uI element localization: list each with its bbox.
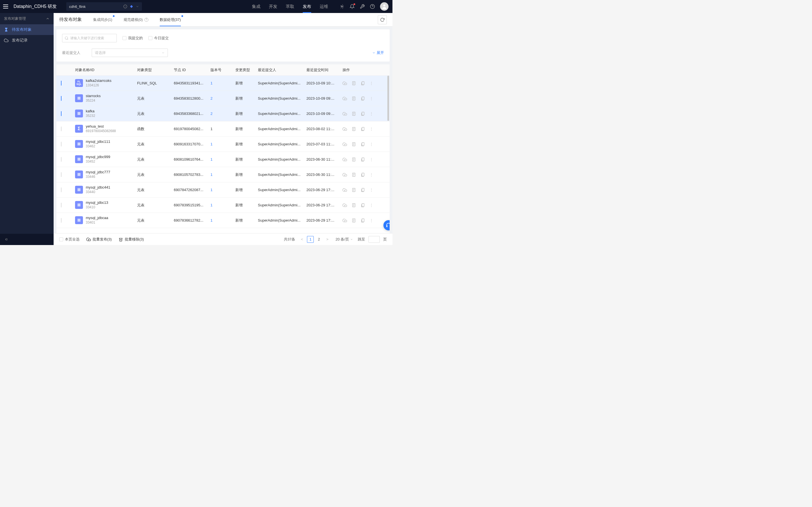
menu-toggle[interactable]	[0, 0, 11, 13]
version[interactable]: 1	[210, 81, 212, 85]
wand-icon[interactable]	[339, 4, 345, 9]
filter-today[interactable]: 今日提交	[148, 36, 169, 41]
publish-icon[interactable]	[342, 203, 347, 208]
checkbox[interactable]	[122, 36, 126, 40]
project-selector[interactable]: cdh6_flink	[66, 2, 142, 11]
page-size-select[interactable]: 20 条/页	[334, 236, 354, 243]
nav-develop[interactable]: 开发	[269, 0, 277, 13]
more-icon[interactable]: ⋮	[370, 188, 373, 192]
publish-icon[interactable]	[342, 218, 347, 223]
prev-page[interactable]: <	[299, 236, 305, 243]
tab-sync[interactable]: 集成同步(1)	[93, 13, 112, 26]
batch-publish-button[interactable]: 批量发布(3)	[86, 237, 112, 242]
version[interactable]: 1	[210, 142, 212, 146]
copy-icon[interactable]	[361, 157, 365, 162]
help-icon[interactable]: ?	[144, 18, 148, 22]
info-icon[interactable]	[123, 4, 127, 8]
row-checkbox[interactable]	[61, 218, 62, 223]
row-checkbox[interactable]	[61, 81, 62, 86]
row-checkbox[interactable]	[61, 142, 62, 147]
batch-remove-button[interactable]: 批量移除(3)	[119, 237, 144, 242]
more-icon[interactable]: ⋮	[370, 81, 373, 86]
publish-icon[interactable]	[342, 96, 347, 101]
table-row[interactable]: mysql_jdbc111 33462 元表 6909163317070... …	[56, 136, 390, 152]
page-1[interactable]: 1	[307, 236, 314, 243]
more-icon[interactable]: ⋮	[370, 127, 373, 131]
more-icon[interactable]: ⋮	[370, 142, 373, 147]
more-icon[interactable]: ⋮	[370, 112, 373, 116]
publish-icon[interactable]	[342, 157, 347, 162]
detail-icon[interactable]	[352, 188, 356, 192]
copy-icon[interactable]	[361, 142, 365, 147]
copy-icon[interactable]	[361, 96, 365, 101]
refresh-button[interactable]	[378, 15, 387, 24]
nav-integrate[interactable]: 集成	[252, 0, 260, 13]
tab-model[interactable]: 规范建模(0) ?	[124, 13, 148, 26]
copy-icon[interactable]	[361, 127, 365, 131]
notification-icon[interactable]	[350, 4, 355, 9]
avatar[interactable]	[380, 2, 388, 11]
help-icon[interactable]	[370, 4, 375, 9]
row-checkbox[interactable]	[61, 203, 62, 208]
table-row[interactable]: mysql_jdbc441 33440 元表 6907847262087... …	[56, 182, 390, 198]
more-icon[interactable]: ⋮	[370, 96, 373, 101]
sidebar-header[interactable]: 发布对象管理	[0, 13, 54, 24]
nav-ops[interactable]: 运维	[320, 0, 328, 13]
filter-mine[interactable]: 我提交的	[122, 36, 143, 41]
publish-icon[interactable]	[342, 81, 347, 86]
publish-icon[interactable]	[342, 172, 347, 177]
version[interactable]: 1	[210, 218, 212, 222]
row-checkbox[interactable]	[61, 126, 62, 131]
collapse-icon[interactable]	[4, 237, 8, 241]
publish-icon[interactable]	[342, 188, 347, 192]
fab-button[interactable]	[383, 220, 390, 230]
table-row[interactable]: Σ yehua_test 6919780045082688 函数 6919780…	[56, 121, 390, 136]
nav-extract[interactable]: 萃取	[286, 0, 294, 13]
row-checkbox[interactable]	[61, 187, 62, 192]
detail-icon[interactable]	[352, 218, 356, 223]
nav-publish[interactable]: 发布	[303, 0, 311, 13]
jump-input[interactable]	[369, 236, 380, 243]
copy-icon[interactable]	[361, 188, 365, 192]
publish-icon[interactable]	[342, 112, 347, 116]
more-icon[interactable]: ⋮	[370, 203, 373, 208]
version[interactable]: 2	[210, 112, 212, 116]
copy-icon[interactable]	[361, 203, 365, 208]
detail-icon[interactable]	[352, 203, 356, 208]
publish-icon[interactable]	[342, 142, 347, 147]
search-input[interactable]	[62, 34, 117, 42]
scrollbar[interactable]	[387, 76, 389, 121]
select-all-page[interactable]: 本页全选	[59, 237, 79, 242]
table-row[interactable]: starrocks 35224 元表 6943583012800... 2 新增…	[56, 91, 390, 106]
version[interactable]: 1	[210, 157, 212, 162]
copy-icon[interactable]	[361, 112, 365, 116]
search-field[interactable]	[70, 36, 114, 40]
publish-icon[interactable]	[342, 127, 347, 131]
version[interactable]: 1	[210, 203, 212, 207]
version[interactable]: 1	[210, 188, 212, 192]
checkbox[interactable]	[59, 237, 63, 241]
more-icon[interactable]: ⋮	[370, 218, 373, 223]
row-checkbox[interactable]	[61, 172, 62, 177]
detail-icon[interactable]	[352, 96, 356, 101]
table-row[interactable]: mysql_jdbc13 33410 元表 6907839515195... 1…	[56, 198, 390, 213]
sidebar-item-records[interactable]: 发布记录	[0, 35, 54, 46]
table-row[interactable]: mysql_jdbcaa 33401 元表 6907836612782... 1…	[56, 213, 390, 228]
detail-icon[interactable]	[352, 127, 356, 131]
detail-icon[interactable]	[352, 172, 356, 177]
detail-icon[interactable]	[352, 81, 356, 86]
more-icon[interactable]: ⋮	[370, 172, 373, 177]
checkbox[interactable]	[148, 36, 152, 40]
detail-icon[interactable]	[352, 112, 356, 116]
copy-icon[interactable]	[361, 81, 365, 86]
tab-process[interactable]: 数据处理(37)	[160, 13, 181, 26]
expand-filters[interactable]: 展开	[372, 50, 384, 55]
table-row[interactable]: kafka 35232 元表 6943583368021... 2 新增 Sup…	[56, 106, 390, 121]
sidebar-item-pending[interactable]: 待发布对象	[0, 24, 54, 35]
table-row[interactable]: mysql_jdbc999 33452 元表 6908109610764... …	[56, 152, 390, 167]
next-page[interactable]: >	[324, 236, 331, 243]
detail-icon[interactable]	[352, 142, 356, 147]
row-checkbox[interactable]	[61, 96, 62, 101]
copy-icon[interactable]	[361, 172, 365, 177]
copy-icon[interactable]	[361, 218, 365, 223]
